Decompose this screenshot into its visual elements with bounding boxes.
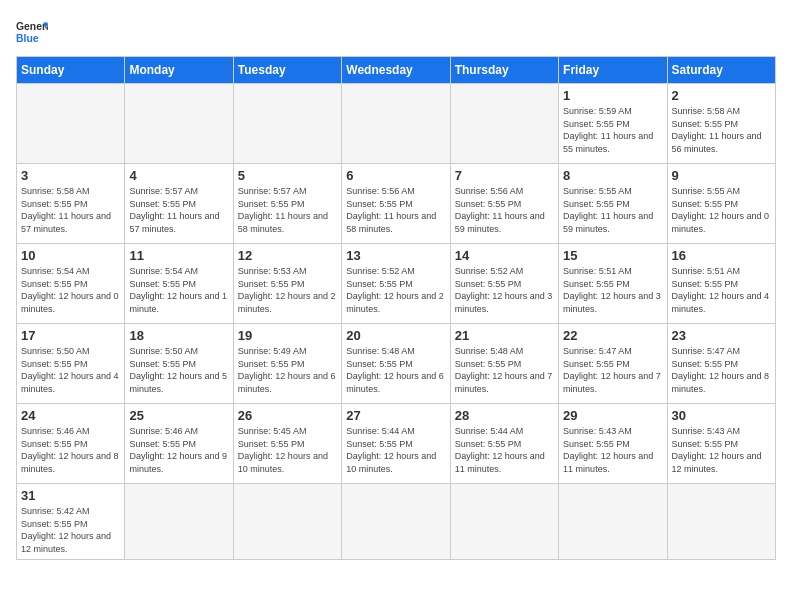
calendar-cell: 12Sunrise: 5:53 AMSunset: 5:55 PMDayligh… (233, 244, 341, 324)
calendar-cell: 26Sunrise: 5:45 AMSunset: 5:55 PMDayligh… (233, 404, 341, 484)
calendar-cell: 4Sunrise: 5:57 AMSunset: 5:55 PMDaylight… (125, 164, 233, 244)
day-info: Sunrise: 5:55 AMSunset: 5:55 PMDaylight:… (672, 185, 771, 235)
calendar-header-row: SundayMondayTuesdayWednesdayThursdayFrid… (17, 57, 776, 84)
calendar-cell: 6Sunrise: 5:56 AMSunset: 5:55 PMDaylight… (342, 164, 450, 244)
day-number: 18 (129, 328, 228, 343)
calendar-cell: 17Sunrise: 5:50 AMSunset: 5:55 PMDayligh… (17, 324, 125, 404)
day-number: 31 (21, 488, 120, 503)
header-wednesday: Wednesday (342, 57, 450, 84)
calendar-cell (667, 484, 775, 560)
day-info: Sunrise: 5:45 AMSunset: 5:55 PMDaylight:… (238, 425, 337, 475)
calendar-cell: 2Sunrise: 5:58 AMSunset: 5:55 PMDaylight… (667, 84, 775, 164)
calendar-week-4: 24Sunrise: 5:46 AMSunset: 5:55 PMDayligh… (17, 404, 776, 484)
svg-text:Blue: Blue (16, 33, 39, 44)
calendar-cell: 31Sunrise: 5:42 AMSunset: 5:55 PMDayligh… (17, 484, 125, 560)
calendar-cell: 5Sunrise: 5:57 AMSunset: 5:55 PMDaylight… (233, 164, 341, 244)
day-info: Sunrise: 5:57 AMSunset: 5:55 PMDaylight:… (238, 185, 337, 235)
calendar-cell: 20Sunrise: 5:48 AMSunset: 5:55 PMDayligh… (342, 324, 450, 404)
day-info: Sunrise: 5:42 AMSunset: 5:55 PMDaylight:… (21, 505, 120, 555)
day-info: Sunrise: 5:54 AMSunset: 5:55 PMDaylight:… (21, 265, 120, 315)
day-number: 20 (346, 328, 445, 343)
day-info: Sunrise: 5:58 AMSunset: 5:55 PMDaylight:… (672, 105, 771, 155)
calendar-cell: 28Sunrise: 5:44 AMSunset: 5:55 PMDayligh… (450, 404, 558, 484)
calendar-week-3: 17Sunrise: 5:50 AMSunset: 5:55 PMDayligh… (17, 324, 776, 404)
page-header: General Blue (16, 16, 776, 48)
day-info: Sunrise: 5:55 AMSunset: 5:55 PMDaylight:… (563, 185, 662, 235)
calendar-cell (233, 84, 341, 164)
day-info: Sunrise: 5:53 AMSunset: 5:55 PMDaylight:… (238, 265, 337, 315)
calendar-cell (125, 484, 233, 560)
day-info: Sunrise: 5:52 AMSunset: 5:55 PMDaylight:… (455, 265, 554, 315)
calendar-cell (17, 84, 125, 164)
day-number: 6 (346, 168, 445, 183)
day-number: 10 (21, 248, 120, 263)
day-info: Sunrise: 5:59 AMSunset: 5:55 PMDaylight:… (563, 105, 662, 155)
day-number: 14 (455, 248, 554, 263)
calendar-week-0: 1Sunrise: 5:59 AMSunset: 5:55 PMDaylight… (17, 84, 776, 164)
day-number: 8 (563, 168, 662, 183)
calendar-cell: 11Sunrise: 5:54 AMSunset: 5:55 PMDayligh… (125, 244, 233, 324)
day-number: 9 (672, 168, 771, 183)
day-info: Sunrise: 5:49 AMSunset: 5:55 PMDaylight:… (238, 345, 337, 395)
svg-text:General: General (16, 21, 48, 32)
header-tuesday: Tuesday (233, 57, 341, 84)
day-number: 13 (346, 248, 445, 263)
header-friday: Friday (559, 57, 667, 84)
header-saturday: Saturday (667, 57, 775, 84)
calendar-cell: 15Sunrise: 5:51 AMSunset: 5:55 PMDayligh… (559, 244, 667, 324)
calendar-cell: 10Sunrise: 5:54 AMSunset: 5:55 PMDayligh… (17, 244, 125, 324)
day-number: 12 (238, 248, 337, 263)
calendar-table: SundayMondayTuesdayWednesdayThursdayFrid… (16, 56, 776, 560)
day-number: 19 (238, 328, 337, 343)
day-info: Sunrise: 5:50 AMSunset: 5:55 PMDaylight:… (21, 345, 120, 395)
day-number: 21 (455, 328, 554, 343)
calendar-cell: 21Sunrise: 5:48 AMSunset: 5:55 PMDayligh… (450, 324, 558, 404)
calendar-cell: 27Sunrise: 5:44 AMSunset: 5:55 PMDayligh… (342, 404, 450, 484)
calendar-cell (342, 484, 450, 560)
calendar-cell: 8Sunrise: 5:55 AMSunset: 5:55 PMDaylight… (559, 164, 667, 244)
day-info: Sunrise: 5:56 AMSunset: 5:55 PMDaylight:… (346, 185, 445, 235)
day-info: Sunrise: 5:52 AMSunset: 5:55 PMDaylight:… (346, 265, 445, 315)
calendar-cell: 25Sunrise: 5:46 AMSunset: 5:55 PMDayligh… (125, 404, 233, 484)
calendar-cell: 19Sunrise: 5:49 AMSunset: 5:55 PMDayligh… (233, 324, 341, 404)
calendar-week-2: 10Sunrise: 5:54 AMSunset: 5:55 PMDayligh… (17, 244, 776, 324)
header-sunday: Sunday (17, 57, 125, 84)
day-number: 16 (672, 248, 771, 263)
header-monday: Monday (125, 57, 233, 84)
day-number: 3 (21, 168, 120, 183)
day-info: Sunrise: 5:46 AMSunset: 5:55 PMDaylight:… (21, 425, 120, 475)
day-info: Sunrise: 5:51 AMSunset: 5:55 PMDaylight:… (563, 265, 662, 315)
day-info: Sunrise: 5:51 AMSunset: 5:55 PMDaylight:… (672, 265, 771, 315)
day-number: 15 (563, 248, 662, 263)
calendar-week-5: 31Sunrise: 5:42 AMSunset: 5:55 PMDayligh… (17, 484, 776, 560)
day-info: Sunrise: 5:47 AMSunset: 5:55 PMDaylight:… (563, 345, 662, 395)
day-number: 27 (346, 408, 445, 423)
day-number: 30 (672, 408, 771, 423)
logo: General Blue (16, 16, 48, 48)
calendar-cell: 1Sunrise: 5:59 AMSunset: 5:55 PMDaylight… (559, 84, 667, 164)
calendar-cell: 9Sunrise: 5:55 AMSunset: 5:55 PMDaylight… (667, 164, 775, 244)
day-info: Sunrise: 5:50 AMSunset: 5:55 PMDaylight:… (129, 345, 228, 395)
calendar-cell: 29Sunrise: 5:43 AMSunset: 5:55 PMDayligh… (559, 404, 667, 484)
day-info: Sunrise: 5:54 AMSunset: 5:55 PMDaylight:… (129, 265, 228, 315)
day-number: 28 (455, 408, 554, 423)
day-info: Sunrise: 5:43 AMSunset: 5:55 PMDaylight:… (672, 425, 771, 475)
calendar-cell: 22Sunrise: 5:47 AMSunset: 5:55 PMDayligh… (559, 324, 667, 404)
calendar-cell (450, 84, 558, 164)
day-info: Sunrise: 5:57 AMSunset: 5:55 PMDaylight:… (129, 185, 228, 235)
day-number: 23 (672, 328, 771, 343)
day-number: 1 (563, 88, 662, 103)
day-number: 26 (238, 408, 337, 423)
day-info: Sunrise: 5:48 AMSunset: 5:55 PMDaylight:… (455, 345, 554, 395)
calendar-cell (125, 84, 233, 164)
calendar-cell (342, 84, 450, 164)
day-info: Sunrise: 5:46 AMSunset: 5:55 PMDaylight:… (129, 425, 228, 475)
day-info: Sunrise: 5:48 AMSunset: 5:55 PMDaylight:… (346, 345, 445, 395)
calendar-cell (559, 484, 667, 560)
calendar-cell: 30Sunrise: 5:43 AMSunset: 5:55 PMDayligh… (667, 404, 775, 484)
day-number: 11 (129, 248, 228, 263)
calendar-cell: 7Sunrise: 5:56 AMSunset: 5:55 PMDaylight… (450, 164, 558, 244)
day-info: Sunrise: 5:43 AMSunset: 5:55 PMDaylight:… (563, 425, 662, 475)
calendar-week-1: 3Sunrise: 5:58 AMSunset: 5:55 PMDaylight… (17, 164, 776, 244)
calendar-cell: 23Sunrise: 5:47 AMSunset: 5:55 PMDayligh… (667, 324, 775, 404)
